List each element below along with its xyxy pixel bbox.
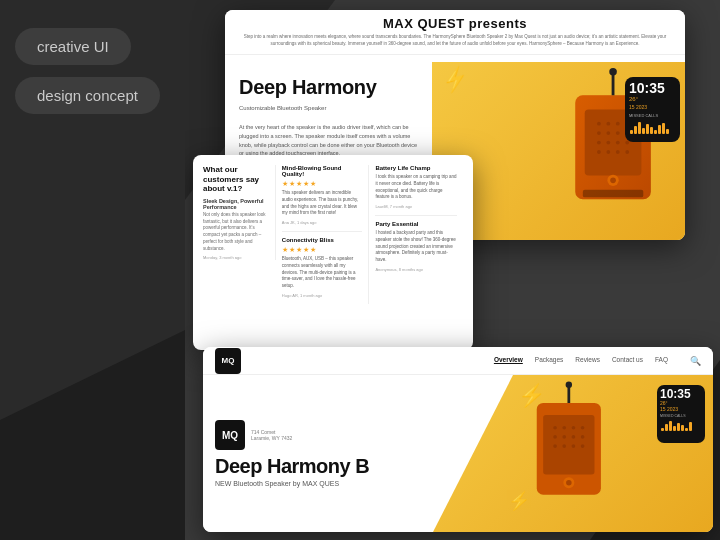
bottom-watch-display: 10:35 26° 15 2023 MISSED CALLS [657, 385, 705, 443]
svg-point-31 [562, 435, 566, 439]
svg-point-20 [610, 178, 616, 184]
main-content: MAX QUEST presents Step into a realm whe… [185, 0, 720, 540]
svg-point-12 [606, 141, 610, 145]
svg-point-23 [609, 68, 617, 76]
svg-point-36 [571, 444, 575, 448]
review3-author: LauriM, 7 month ago [375, 204, 457, 209]
bottom-watch-calls: MISSED CALLS [660, 414, 702, 418]
svg-point-8 [606, 131, 610, 135]
brand-review-author: Monday, 3 month ago [203, 255, 269, 260]
reviews-col2: Battery Life Champ I took this speaker o… [369, 165, 463, 278]
svg-point-11 [597, 141, 601, 145]
nav-link-faq[interactable]: FAQ [655, 356, 668, 366]
website-left: MQ 714 Comet Laramie, WY 7432 Deep Harmo… [203, 375, 433, 532]
reviews-col1: Mind-Blowing Sound Quality! ★★★★★ This s… [276, 165, 370, 304]
svg-point-34 [553, 444, 557, 448]
address-line2: Laramie, WY 7432 [251, 435, 292, 441]
brand-review-text: Not only does this speaker look fantasti… [203, 212, 269, 253]
logo-row: MQ 714 Comet Laramie, WY 7432 [215, 420, 421, 450]
review2-author: Hugo AR, 1 month ago [282, 293, 363, 298]
card-headline: MAX QUEST presents [231, 16, 679, 31]
watch-date: 15 2023 [629, 104, 676, 111]
headline-deep-harmony: Deep Harmony [215, 455, 350, 477]
svg-point-35 [562, 444, 566, 448]
mq-logo: MQ [215, 420, 245, 450]
watch-calls: MISSED CALLS [629, 113, 676, 119]
website-card: MQ Overview Packages Reviews Contact us … [203, 347, 713, 532]
bottom-waveform [660, 421, 702, 431]
watch-time: 10:35 [629, 81, 676, 95]
svg-point-37 [580, 444, 584, 448]
nav-links: Overview Packages Reviews Contact us FAQ… [494, 356, 701, 366]
review1-text: This speaker delivers an incredible audi… [282, 190, 363, 217]
svg-point-18 [625, 150, 629, 154]
sidebar-decoration [0, 240, 185, 540]
svg-point-32 [571, 435, 575, 439]
review3-title: Battery Life Champ [375, 165, 457, 171]
customers-headline: What our customers say about v.1? [203, 165, 269, 194]
website-right: ⚡ ⚡ [433, 375, 714, 532]
svg-point-3 [597, 122, 601, 126]
white-triangle-cut [433, 375, 513, 532]
waveform [629, 122, 676, 134]
svg-point-33 [580, 435, 584, 439]
nav-link-packages[interactable]: Packages [535, 356, 564, 366]
creative-ui-label: creative UI [15, 28, 131, 65]
svg-point-29 [580, 426, 584, 430]
svg-point-4 [606, 122, 610, 126]
nav-link-overview[interactable]: Overview [494, 356, 523, 366]
svg-point-15 [597, 150, 601, 154]
nav-link-reviews[interactable]: Reviews [575, 356, 600, 366]
brand-review-title: Sleek Design, Powerful Performance [203, 198, 269, 210]
card-header: MAX QUEST presents Step into a realm whe… [225, 10, 685, 55]
watch-temp: 26° [629, 95, 676, 103]
review1-title: Mind-Blowing Sound Quality! [282, 165, 363, 177]
product-name: Deep Harmony [239, 76, 418, 98]
product-desc: At the very heart of the speaker is the … [239, 123, 418, 158]
review4-author: Anonymous, 8 months ago [375, 267, 457, 272]
customers-section: What our customers say about v.1? Sleek … [203, 165, 276, 260]
svg-point-9 [616, 131, 620, 135]
bottom-watch-time: 10:35 [660, 388, 702, 400]
review2-text: Bluetooth, AUX, USB – this speaker conne… [282, 256, 363, 290]
website-subline: NEW Bluetooth Speaker by MAX QUES [215, 480, 421, 487]
review1-author: Ana JK, 1 days ago [282, 220, 363, 225]
website-nav: MQ Overview Packages Reviews Contact us … [203, 347, 713, 375]
design-concept-label: design concept [15, 77, 160, 114]
svg-point-5 [616, 122, 620, 126]
svg-point-28 [571, 426, 575, 430]
review1-stars: ★★★★★ [282, 180, 363, 188]
nav-logo: MQ [215, 348, 241, 374]
bottom-lightning-2: ⚡ [508, 490, 530, 512]
svg-point-7 [597, 131, 601, 135]
bottom-lightning-1: ⚡ [518, 383, 545, 409]
sidebar: creative UI design concept [0, 0, 185, 540]
svg-rect-25 [543, 415, 594, 475]
review4-text: I hosted a backyard party and this speak… [375, 230, 457, 264]
headline-b: B [355, 455, 369, 477]
reviews-card: What our customers say about v.1? Sleek … [193, 155, 473, 350]
website-content: MQ 714 Comet Laramie, WY 7432 Deep Harmo… [203, 375, 713, 532]
svg-point-13 [616, 141, 620, 145]
card-body-text: Step into a realm where innovation meets… [231, 31, 679, 48]
svg-point-16 [606, 150, 610, 154]
svg-point-30 [553, 435, 557, 439]
review3-text: I took this speaker on a camping trip an… [375, 174, 457, 201]
review2-title: Connectivity Bliss [282, 237, 363, 243]
svg-point-41 [565, 381, 571, 387]
review4-title: Party Essential [375, 221, 457, 227]
search-icon[interactable]: 🔍 [690, 356, 701, 366]
svg-point-27 [562, 426, 566, 430]
svg-point-17 [616, 150, 620, 154]
website-headline: Deep Harmony B [215, 456, 421, 477]
review2-stars: ★★★★★ [282, 246, 363, 254]
svg-point-39 [566, 480, 572, 486]
watch-display: 10:35 26° 15 2023 MISSED CALLS [625, 77, 680, 142]
address: 714 Comet Laramie, WY 7432 [251, 429, 292, 441]
bottom-watch-date: 15 2023 [660, 406, 702, 412]
svg-point-14 [625, 141, 629, 145]
svg-point-26 [553, 426, 557, 430]
nav-link-contact[interactable]: Contact us [612, 356, 643, 366]
svg-rect-21 [583, 190, 643, 198]
product-subtitle: Customizable Bluetooth Speaker [239, 104, 418, 113]
